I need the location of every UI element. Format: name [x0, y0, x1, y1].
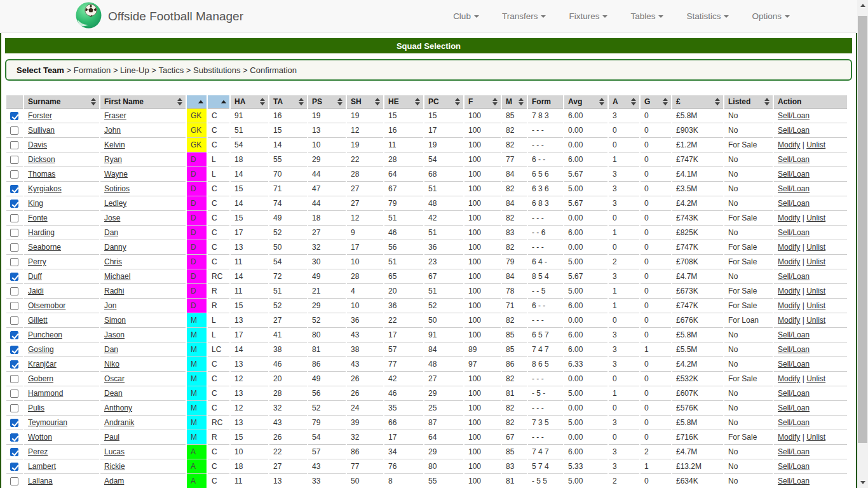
player-select-checkbox[interactable] [10, 287, 18, 295]
action-link-sell-loan[interactable]: Sell/Loan [778, 345, 810, 354]
action-link-unlist[interactable]: Unlist [806, 214, 825, 222]
nav-item-fixtures[interactable]: Fixtures [569, 11, 607, 21]
surname-link[interactable]: Puncheon [28, 330, 62, 339]
action-link-unlist[interactable]: Unlist [806, 287, 825, 295]
first-name-link[interactable]: Sotirios [104, 184, 130, 193]
action-link-unlist[interactable]: Unlist [806, 140, 825, 149]
player-select-checkbox[interactable] [10, 156, 18, 164]
action-link-sell-loan[interactable]: Sell/Loan [778, 447, 810, 456]
surname-link[interactable]: Fonte [28, 214, 48, 222]
action-link-sell-loan[interactable]: Sell/Loan [778, 155, 810, 164]
action-link-sell-loan[interactable]: Sell/Loan [778, 199, 810, 208]
player-select-checkbox[interactable] [10, 448, 18, 456]
column-header-position[interactable] [187, 95, 207, 109]
surname-link[interactable]: Dickson [28, 155, 55, 164]
surname-link[interactable]: Gosling [28, 345, 54, 354]
player-select-checkbox[interactable] [10, 112, 18, 120]
column-header-f[interactable]: F [465, 95, 501, 109]
column-header-m[interactable]: M [502, 95, 527, 109]
action-link-unlist[interactable]: Unlist [806, 243, 825, 252]
action-link-sell-loan[interactable]: Sell/Loan [778, 126, 810, 135]
action-link-sell-loan[interactable]: Sell/Loan [778, 477, 810, 485]
player-select-checkbox[interactable] [10, 200, 18, 208]
action-link-sell-loan[interactable]: Sell/Loan [778, 272, 810, 281]
first-name-link[interactable]: Jason [104, 330, 125, 339]
surname-link[interactable]: Otsemobor [28, 301, 65, 310]
player-select-checkbox[interactable] [10, 273, 18, 281]
player-select-checkbox[interactable] [10, 229, 18, 237]
scrollbar-thumb[interactable] [858, 16, 867, 443]
player-select-checkbox[interactable] [10, 404, 18, 412]
player-select-checkbox[interactable] [10, 185, 18, 193]
column-header-listed[interactable]: Listed [724, 95, 773, 109]
vertical-scrollbar[interactable] [857, 0, 868, 488]
surname-link[interactable]: Perez [28, 447, 48, 456]
surname-link[interactable]: Pulis [28, 403, 44, 412]
first-name-link[interactable]: Ryan [104, 155, 122, 164]
scroll-down-arrow-icon[interactable] [857, 477, 868, 488]
first-name-link[interactable]: Michael [104, 272, 130, 281]
first-name-link[interactable]: Danny [104, 243, 126, 252]
surname-link[interactable]: King [28, 199, 43, 208]
surname-link[interactable]: Forster [28, 111, 52, 120]
player-select-checkbox[interactable] [10, 375, 18, 383]
action-link-unlist[interactable]: Unlist [806, 316, 825, 325]
player-select-checkbox[interactable] [10, 463, 18, 471]
player-select-checkbox[interactable] [10, 141, 18, 149]
action-link-sell-loan[interactable]: Sell/Loan [778, 184, 810, 193]
first-name-link[interactable]: Fraser [104, 111, 126, 120]
player-select-checkbox[interactable] [10, 302, 18, 310]
nav-item-tables[interactable]: Tables [630, 11, 663, 21]
action-link-sell-loan[interactable]: Sell/Loan [778, 360, 810, 369]
player-select-checkbox[interactable] [10, 346, 18, 354]
surname-link[interactable]: Jaidi [28, 287, 44, 295]
first-name-link[interactable]: Wayne [104, 170, 128, 179]
player-select-checkbox[interactable] [10, 331, 18, 339]
surname-link[interactable]: Lambert [28, 462, 56, 471]
action-link-sell-loan[interactable]: Sell/Loan [778, 462, 810, 471]
player-select-checkbox[interactable] [10, 126, 18, 135]
surname-link[interactable]: Teymourian [28, 418, 67, 427]
action-link-sell-loan[interactable]: Sell/Loan [778, 170, 810, 179]
first-name-link[interactable]: Anthony [104, 403, 132, 412]
surname-link[interactable]: Hammond [28, 389, 63, 398]
first-name-link[interactable]: Adam [104, 477, 124, 485]
column-header-surname[interactable]: Surname [24, 95, 99, 109]
action-link-unlist[interactable]: Unlist [806, 301, 825, 310]
player-select-checkbox[interactable] [10, 360, 18, 369]
nav-item-transfers[interactable]: Transfers [502, 11, 546, 21]
scroll-up-arrow-icon[interactable] [857, 0, 868, 11]
first-name-link[interactable]: Dan [104, 228, 118, 237]
surname-link[interactable]: Seaborne [28, 243, 61, 252]
column-header-value[interactable]: £ [672, 95, 723, 109]
action-link-unlist[interactable]: Unlist [806, 257, 825, 266]
action-link-modify[interactable]: Modify [778, 301, 800, 310]
action-link-modify[interactable]: Modify [778, 316, 800, 325]
column-header-pc[interactable]: PC [424, 95, 463, 109]
first-name-link[interactable]: Simon [104, 316, 126, 325]
first-name-link[interactable]: Radhi [104, 287, 124, 295]
player-select-checkbox[interactable] [10, 390, 18, 398]
surname-link[interactable]: Gobern [28, 374, 53, 383]
action-link-sell-loan[interactable]: Sell/Loan [778, 389, 810, 398]
player-select-checkbox[interactable] [10, 419, 18, 427]
player-select-checkbox[interactable] [10, 214, 18, 222]
surname-link[interactable]: Perry [28, 257, 46, 266]
action-link-sell-loan[interactable]: Sell/Loan [778, 330, 810, 339]
surname-link[interactable]: Thomas [28, 170, 55, 179]
first-name-link[interactable]: Rickie [104, 462, 125, 471]
player-select-checkbox[interactable] [10, 477, 18, 485]
action-link-sell-loan[interactable]: Sell/Loan [778, 111, 810, 120]
action-link-modify[interactable]: Modify [778, 374, 800, 383]
column-header-ps[interactable]: PS [308, 95, 346, 109]
column-header-g[interactable]: G [641, 95, 671, 109]
nav-item-club[interactable]: Club [453, 11, 479, 21]
first-name-link[interactable]: Dean [104, 389, 123, 398]
first-name-link[interactable]: Ledley [104, 199, 126, 208]
action-link-modify[interactable]: Modify [778, 214, 800, 222]
first-name-link[interactable]: John [104, 126, 121, 135]
column-header-a[interactable]: A [609, 95, 639, 109]
first-name-link[interactable]: Lucas [104, 447, 125, 456]
column-header-avg[interactable]: Avg [564, 95, 607, 109]
action-link-modify[interactable]: Modify [778, 243, 800, 252]
